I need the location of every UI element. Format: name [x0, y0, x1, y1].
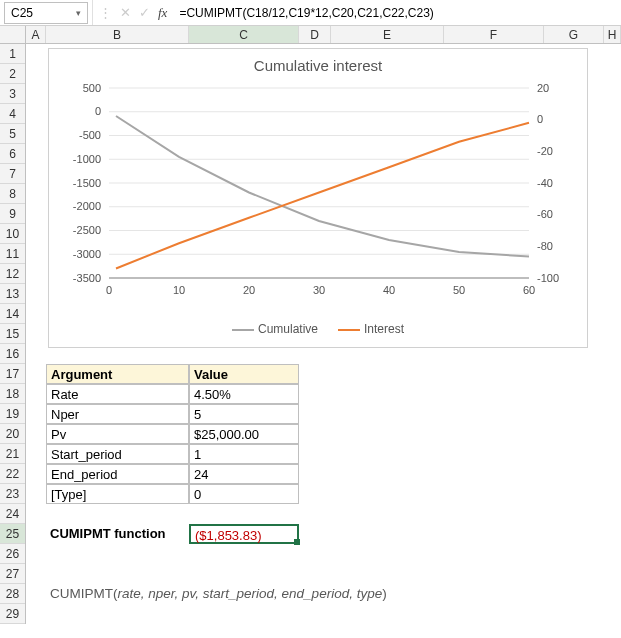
- formula-controls: ⋮ ✕ ✓ fx: [92, 0, 173, 25]
- row-header[interactable]: 1: [0, 44, 25, 64]
- col-header-E[interactable]: E: [331, 26, 444, 43]
- cell-val[interactable]: 1: [189, 444, 299, 464]
- row-header[interactable]: 24: [0, 504, 25, 524]
- row-header[interactable]: 22: [0, 464, 25, 484]
- name-box-value: C25: [11, 6, 33, 20]
- fx-icon[interactable]: fx: [158, 5, 167, 21]
- column-headers: A B C D E F G H: [0, 26, 621, 44]
- col-header-A[interactable]: A: [26, 26, 46, 43]
- enter-icon[interactable]: ✓: [139, 5, 150, 20]
- result-value: ($1,853.83): [195, 528, 262, 543]
- row-header[interactable]: 16: [0, 344, 25, 364]
- row-header[interactable]: 9: [0, 204, 25, 224]
- row-header[interactable]: 12: [0, 264, 25, 284]
- row-header[interactable]: 28: [0, 584, 25, 604]
- syntax-text[interactable]: CUMIPMT(rate, nper, pv, start_period, en…: [46, 584, 546, 604]
- row-header[interactable]: 21: [0, 444, 25, 464]
- formula-input[interactable]: =CUMIPMT(C18/12,C19*12,C20,C21,C22,C23): [173, 6, 621, 20]
- row-header[interactable]: 27: [0, 564, 25, 584]
- row-header[interactable]: 25: [0, 524, 25, 544]
- result-label[interactable]: CUMIPMT function: [46, 524, 189, 544]
- row-header[interactable]: 10: [0, 224, 25, 244]
- name-box[interactable]: C25 ▾: [4, 2, 88, 24]
- row-header[interactable]: 5: [0, 124, 25, 144]
- cell-arg[interactable]: Pv: [46, 424, 189, 444]
- row-header[interactable]: 6: [0, 144, 25, 164]
- cell-arg[interactable]: Start_period: [46, 444, 189, 464]
- row-header[interactable]: 26: [0, 544, 25, 564]
- col-header-B[interactable]: B: [46, 26, 189, 43]
- cell-arg[interactable]: Nper: [46, 404, 189, 424]
- row-header[interactable]: 17: [0, 364, 25, 384]
- row-header[interactable]: 7: [0, 164, 25, 184]
- row-header[interactable]: 8: [0, 184, 25, 204]
- cell-arg[interactable]: Rate: [46, 384, 189, 404]
- formula-bar: C25 ▾ ⋮ ✕ ✓ fx =CUMIPMT(C18/12,C19*12,C2…: [0, 0, 621, 26]
- cell-arg[interactable]: End_period: [46, 464, 189, 484]
- row-header[interactable]: 11: [0, 244, 25, 264]
- selected-cell[interactable]: ($1,853.83): [189, 524, 299, 544]
- row-header[interactable]: 2: [0, 64, 25, 84]
- col-header-F[interactable]: F: [444, 26, 544, 43]
- cell-arg[interactable]: [Type]: [46, 484, 189, 504]
- row-header[interactable]: 29: [0, 604, 25, 624]
- col-header-H[interactable]: H: [604, 26, 621, 43]
- row-header[interactable]: 18: [0, 384, 25, 404]
- cell-val[interactable]: 4.50%: [189, 384, 299, 404]
- row-header[interactable]: 20: [0, 424, 25, 444]
- cancel-icon[interactable]: ✕: [120, 5, 131, 20]
- row-header[interactable]: 3: [0, 84, 25, 104]
- row-header[interactable]: 15: [0, 324, 25, 344]
- select-all-corner[interactable]: [0, 26, 26, 43]
- row-header[interactable]: 14: [0, 304, 25, 324]
- col-header-D[interactable]: D: [299, 26, 331, 43]
- col-header-C[interactable]: C: [189, 26, 299, 43]
- cell-val[interactable]: 0: [189, 484, 299, 504]
- cell-val[interactable]: $25,000.00: [189, 424, 299, 444]
- row-headers: 1 2 3 4 5 6 7 8 9 10 11 12 13 14 15 16 1…: [0, 44, 26, 624]
- col-header-G[interactable]: G: [544, 26, 604, 43]
- cell-val[interactable]: 24: [189, 464, 299, 484]
- row-header[interactable]: 4: [0, 104, 25, 124]
- table-header-value[interactable]: Value: [189, 364, 299, 384]
- chevron-down-icon[interactable]: ▾: [76, 8, 81, 18]
- row-header[interactable]: 13: [0, 284, 25, 304]
- row-header[interactable]: 19: [0, 404, 25, 424]
- cell-grid[interactable]: Cumulative interest 500 0: [26, 44, 621, 624]
- row-header[interactable]: 23: [0, 484, 25, 504]
- table-header-argument[interactable]: Argument: [46, 364, 189, 384]
- cell-val[interactable]: 5: [189, 404, 299, 424]
